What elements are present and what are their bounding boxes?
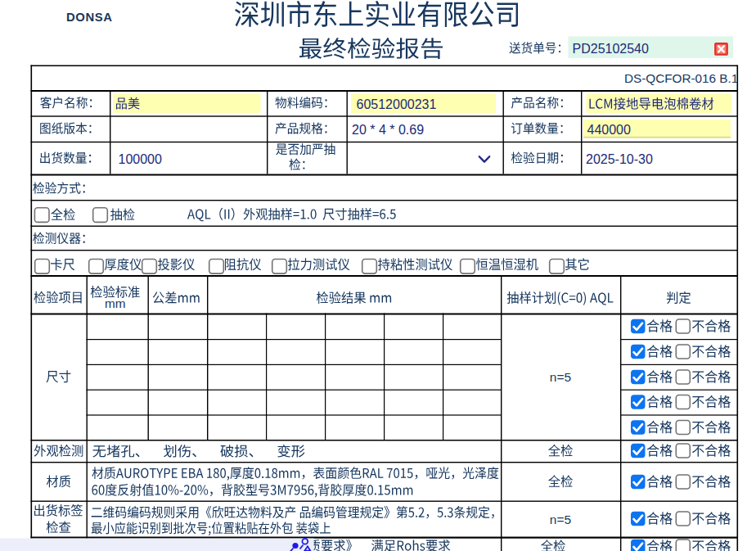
svg-text:20 * 4 * 0.69: 20 * 4 * 0.69	[352, 123, 424, 137]
svg-text:n=5: n=5	[550, 370, 571, 384]
svg-text:n=5: n=5	[550, 513, 571, 526]
svg-text:100000: 100000	[119, 152, 162, 166]
svg-text:440000: 440000	[587, 123, 631, 137]
svg-text:mm: mm	[105, 296, 126, 310]
svg-text:DONSA: DONSA	[66, 11, 112, 24]
svg-text:2025-10-30: 2025-10-30	[586, 152, 653, 166]
svg-text:PD25102540: PD25102540	[573, 42, 650, 56]
svg-text:DS-QCFOR-016 B.1: DS-QCFOR-016 B.1	[624, 71, 738, 85]
svg-text:60512000231: 60512000231	[357, 97, 437, 111]
